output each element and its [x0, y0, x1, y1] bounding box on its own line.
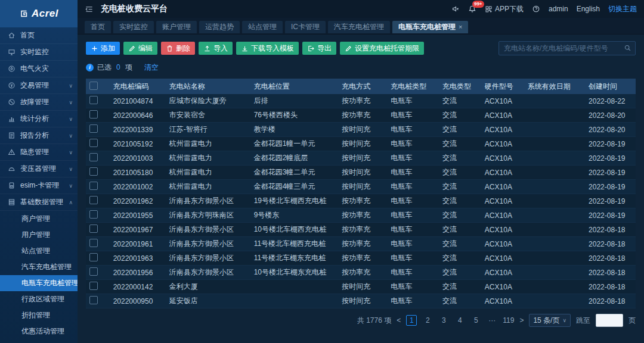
row-checkbox[interactable]: [89, 110, 98, 119]
table-cell: 交流: [439, 151, 481, 166]
sidebar-item-ebike-charger-mgmt[interactable]: 电瓶车充电桩管理: [0, 275, 78, 291]
add-button[interactable]: 添加: [86, 42, 120, 55]
tab-home[interactable]: 首页: [85, 21, 111, 33]
tab-realtime-monitoring[interactable]: 实时监控: [113, 21, 154, 33]
brand-logo: Acrel: [0, 0, 78, 27]
table-cell: ACX10A: [481, 180, 524, 194]
sidebar-menu: 首页实时监控电气火灾交易管理∨故障管理∨统计分析∨报告分析∨隐患管理∨变压器管理…: [0, 27, 78, 343]
database-icon: [7, 198, 16, 206]
sidebar-item-transaction-mgmt[interactable]: 交易管理∨: [0, 77, 78, 94]
table-cell: 应城市保险大厦旁: [166, 94, 250, 108]
table-cell: 2022-08-18: [585, 266, 636, 280]
set-hosting-period-button[interactable]: 设置充电桩托管期限: [340, 42, 424, 55]
tab-ic-card-mgmt[interactable]: IC卡管理: [285, 21, 326, 33]
row-checkbox[interactable]: [89, 210, 98, 219]
row-checkbox[interactable]: [89, 196, 98, 204]
table-row: 2022001002杭州雷霆电力金都花园4幢三单元按时间充电瓶车交流ACX10A…: [86, 180, 636, 194]
bell-icon[interactable]: 99+: [468, 5, 476, 13]
tab-account-mgmt[interactable]: 账户管理: [156, 21, 197, 33]
export-button[interactable]: 导出: [302, 42, 336, 55]
next-page-button[interactable]: >: [519, 316, 524, 325]
row-checkbox[interactable]: [89, 153, 98, 161]
table-cell: 2022001961: [110, 237, 166, 251]
row-checkbox[interactable]: [89, 253, 98, 261]
delete-button[interactable]: 删除: [161, 42, 195, 55]
column-header: 充电方式: [338, 79, 387, 94]
row-checkbox[interactable]: [89, 96, 98, 104]
import-button[interactable]: 导入: [199, 42, 233, 55]
search-input[interactable]: [499, 41, 636, 55]
mute-icon[interactable]: [451, 5, 460, 13]
page-size-select[interactable]: 15 条/页∨: [529, 314, 571, 327]
page-number-4[interactable]: 4: [454, 315, 465, 326]
row-checkbox-cell: [86, 237, 110, 251]
language-switch[interactable]: English: [577, 5, 600, 13]
help-icon[interactable]: [532, 5, 540, 13]
table-cell: ACX10A: [481, 194, 524, 208]
sidebar-item-hazard-mgmt[interactable]: 隐患管理∨: [0, 144, 78, 161]
search-icon[interactable]: [624, 44, 631, 52]
page-number-119[interactable]: 119: [503, 315, 514, 326]
sidebar-item-home[interactable]: 首页: [0, 27, 78, 44]
download-template-button[interactable]: 下载导入模板: [236, 42, 299, 55]
page-number-1[interactable]: 1: [406, 315, 417, 326]
sidebar-item-realtime-monitoring[interactable]: 实时监控: [0, 44, 78, 61]
row-checkbox[interactable]: [89, 296, 98, 304]
tab-car-charger-mgmt[interactable]: 汽车充电桩管理: [328, 21, 390, 33]
row-checkbox[interactable]: [89, 124, 98, 133]
table-cell: ACX10A: [481, 137, 524, 151]
toolbar: 添加编辑删除导入下载导入模板导出设置充电桩托管期限: [86, 41, 636, 55]
tab-ebike-charger-mgmt[interactable]: 电瓶车充电桩管理×: [392, 21, 468, 33]
sidebar-item-user-mgmt[interactable]: 用户管理: [0, 227, 78, 243]
table-cell: 2022-08-22: [585, 94, 636, 108]
tab-operation-trend[interactable]: 运营趋势: [199, 21, 240, 33]
table-cell: ACX10A: [481, 94, 524, 108]
row-checkbox[interactable]: [89, 182, 98, 190]
sidebar-item-merchant-mgmt[interactable]: 商户管理: [0, 211, 78, 227]
table-cell: 电瓶车: [387, 294, 439, 308]
table-cell: 后排: [250, 94, 339, 108]
sidebar-item-report-analysis[interactable]: 报告分析∨: [0, 127, 78, 144]
row-checkbox[interactable]: [89, 282, 98, 290]
table-row: 2021005192杭州雷霆电力金都花园1幢一单元按时间充电瓶车交流ACX10A…: [86, 137, 636, 151]
page-number-5[interactable]: 5: [470, 315, 481, 326]
clear-selection-link[interactable]: 清空: [144, 63, 159, 73]
row-checkbox[interactable]: [89, 224, 98, 233]
sidebar-item-base-data-mgmt[interactable]: 基础数据管理∧: [0, 194, 78, 211]
table-row: 2022001956沂南县东方御景小区10号楼北车棚东充电桩按功率充电瓶车交流A…: [86, 266, 636, 280]
sidebar-item-fault-mgmt[interactable]: 故障管理∨: [0, 94, 78, 111]
sidebar-item-esim-card-mgmt[interactable]: esim-卡管理∨: [0, 177, 78, 194]
menu-collapse-icon[interactable]: [85, 5, 94, 14]
app-download-button[interactable]: APP下载: [485, 4, 524, 14]
edit-button[interactable]: 编辑: [123, 42, 157, 55]
table-cell: 2022-08-19: [585, 151, 636, 166]
theme-switch-link[interactable]: 切换主题: [608, 4, 637, 14]
sidebar-item-site-mgmt[interactable]: 站点管理: [0, 243, 78, 259]
row-checkbox[interactable]: [89, 239, 98, 247]
column-header: 充电站名称: [166, 79, 250, 94]
sidebar-item-promotion-mgmt[interactable]: 优惠活动管理: [0, 323, 78, 339]
chevron-down-icon: ∨: [69, 83, 73, 89]
row-checkbox[interactable]: [89, 267, 98, 276]
content-area: 添加编辑删除导入下载导入模板导出设置充电桩托管期限 i 已选0项 清空 充电桩编…: [78, 35, 644, 343]
sidebar-item-car-charger-mgmt[interactable]: 汽车充电桩管理: [0, 259, 78, 275]
tab-site-mgmt[interactable]: 站点管理: [242, 21, 283, 33]
sidebar-item-transformer-mgmt[interactable]: 变压器管理∨: [0, 161, 78, 177]
prev-page-button[interactable]: <: [397, 316, 401, 325]
select-all-checkbox[interactable]: [89, 82, 98, 90]
row-checkbox[interactable]: [89, 167, 98, 176]
page-number-2[interactable]: 2: [422, 315, 433, 326]
sidebar-item-electrical-fire[interactable]: 电气火灾: [0, 61, 78, 77]
table-cell: 电瓶车: [387, 223, 439, 237]
sidebar-item-statistics-analysis[interactable]: 统计分析∨: [0, 111, 78, 127]
sidebar-item-admin-region-mgmt[interactable]: 行政区域管理: [0, 291, 78, 307]
column-header: 充电类型: [439, 79, 481, 94]
close-icon[interactable]: ×: [459, 21, 462, 33]
page-number-3[interactable]: 3: [438, 315, 449, 326]
user-menu[interactable]: admin: [549, 5, 568, 13]
jump-page-input[interactable]: [596, 314, 623, 327]
row-checkbox[interactable]: [89, 139, 98, 147]
sidebar-item-discount-mgmt[interactable]: 折扣管理: [0, 307, 78, 323]
sidebar-item-ic-card-mgmt[interactable]: IC卡管理: [0, 339, 78, 343]
sidebar-item-label: 报告分析: [20, 130, 49, 141]
